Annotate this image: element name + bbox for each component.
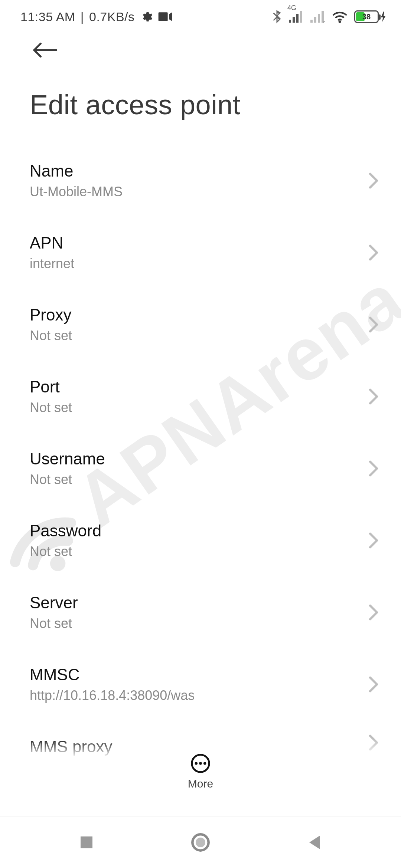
item-label: Password [30, 522, 368, 540]
chevron-right-icon [368, 316, 379, 333]
svg-point-10 [339, 20, 341, 23]
item-label: MMSC [30, 665, 368, 684]
back-button[interactable] [32, 41, 58, 61]
bluetooth-icon [272, 10, 282, 23]
gear-icon [140, 10, 153, 23]
svg-text:x: x [322, 19, 325, 23]
item-port[interactable]: Port Not set [0, 361, 401, 433]
item-apn[interactable]: APN internet [0, 217, 401, 289]
svg-rect-1 [289, 20, 291, 23]
item-value: http://10.16.18.4:38090/was [30, 688, 368, 703]
network-type-label: 4G [287, 4, 296, 12]
signal-2-icon: x [310, 11, 325, 23]
status-left: 11:35 AM | 0.7KB/s [20, 10, 173, 24]
item-value: Not set [30, 472, 368, 487]
item-value: Not set [30, 328, 368, 343]
item-mmsc[interactable]: MMSC http://10.16.18.4:38090/was [0, 648, 401, 720]
chevron-right-icon [368, 604, 379, 621]
item-username[interactable]: Username Not set [0, 433, 401, 504]
more-icon [190, 753, 211, 774]
wifi-icon [332, 10, 348, 23]
item-label: Server [30, 594, 368, 612]
triangle-back-icon [307, 834, 322, 851]
chevron-right-icon [368, 172, 379, 189]
status-right: 4G x 38 [272, 10, 386, 23]
status-time: 11:35 AM [20, 10, 75, 24]
status-bar: 11:35 AM | 0.7KB/s 4G x 38 [0, 0, 401, 33]
item-value: internet [30, 256, 368, 272]
item-value: Not set [30, 616, 368, 631]
svg-rect-3 [296, 14, 299, 23]
more-button[interactable]: More [0, 738, 401, 805]
svg-rect-15 [81, 836, 92, 848]
navigation-bar [0, 816, 401, 868]
battery-indicator: 38 [354, 10, 386, 23]
svg-point-12 [195, 762, 198, 765]
item-label: Username [30, 450, 368, 468]
svg-point-14 [203, 762, 206, 765]
battery-percent: 38 [355, 13, 378, 21]
nav-back-button[interactable] [301, 829, 327, 855]
item-proxy[interactable]: Proxy Not set [0, 289, 401, 361]
item-label: Proxy [30, 306, 368, 324]
item-password[interactable]: Password Not set [0, 504, 401, 576]
item-value: Ut-Mobile-MMS [30, 184, 368, 200]
nav-recent-button[interactable] [74, 829, 100, 855]
svg-point-17 [196, 838, 205, 847]
chevron-right-icon [368, 532, 379, 549]
svg-rect-2 [293, 17, 295, 23]
video-icon [158, 11, 173, 22]
back-arrow-icon [32, 41, 58, 59]
circle-icon [191, 833, 210, 852]
charging-icon [381, 11, 386, 22]
svg-point-13 [199, 762, 202, 765]
svg-rect-7 [318, 14, 320, 23]
svg-rect-4 [300, 11, 302, 23]
signal-1-icon: 4G [289, 11, 304, 23]
chevron-right-icon [368, 388, 379, 405]
chevron-right-icon [368, 244, 379, 261]
square-icon [79, 835, 94, 850]
chevron-right-icon [368, 460, 379, 477]
item-label: Port [30, 378, 368, 396]
item-value: Not set [30, 400, 368, 415]
item-server[interactable]: Server Not set [0, 576, 401, 648]
item-label: APN [30, 234, 368, 252]
page-title: Edit access point [30, 89, 241, 121]
item-value: Not set [30, 544, 368, 559]
item-name[interactable]: Name Ut-Mobile-MMS [0, 145, 401, 217]
more-label: More [188, 777, 213, 790]
status-separator: | [81, 10, 84, 24]
chevron-right-icon [368, 676, 379, 693]
item-label: Name [30, 162, 368, 180]
status-net-speed: 0.7KB/s [89, 10, 135, 24]
svg-rect-5 [310, 20, 313, 23]
nav-home-button[interactable] [188, 829, 213, 855]
svg-rect-6 [314, 17, 316, 23]
